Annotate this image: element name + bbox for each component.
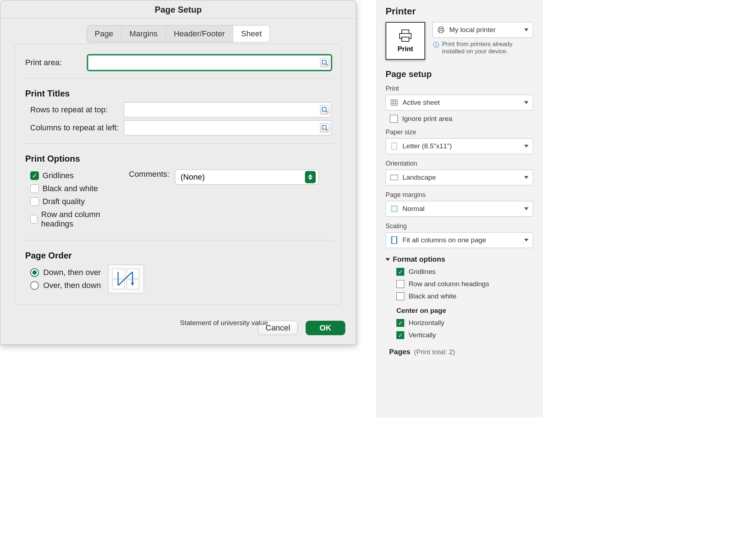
grid-icon bbox=[390, 99, 398, 107]
orientation-value: Landscape bbox=[402, 174, 436, 181]
headings-label: Row and column headings bbox=[41, 210, 119, 229]
sheet-panel: Print area: Print Titles Rows to repeat … bbox=[15, 44, 342, 305]
printer-icon bbox=[437, 26, 445, 34]
tab-margins[interactable]: Margins bbox=[121, 26, 166, 42]
fo-bw-checkbox[interactable] bbox=[396, 292, 404, 300]
orientation-select[interactable]: Landscape bbox=[386, 170, 533, 185]
svg-rect-21 bbox=[392, 207, 396, 211]
dialog-title: Page Setup bbox=[0, 0, 356, 19]
svg-rect-22 bbox=[392, 237, 396, 244]
draft-label: Draft quality bbox=[42, 197, 85, 206]
comments-label: Comments: bbox=[129, 170, 169, 179]
rows-repeat-input[interactable] bbox=[124, 102, 331, 117]
cols-repeat-input[interactable] bbox=[124, 120, 331, 135]
fo-gridlines-checkbox[interactable] bbox=[396, 268, 404, 276]
paper-size-select[interactable]: Letter (8.5"x11") bbox=[386, 138, 533, 154]
over-then-down-label: Over, then down bbox=[43, 281, 101, 290]
paper-size-label: Paper size bbox=[386, 129, 533, 136]
ignore-print-area-checkbox[interactable] bbox=[390, 115, 398, 123]
svg-rect-13 bbox=[391, 100, 397, 105]
fo-bw-label: Black and white bbox=[409, 292, 456, 300]
svg-rect-9 bbox=[402, 37, 409, 41]
over-then-down-radio[interactable] bbox=[30, 281, 39, 290]
svg-rect-11 bbox=[439, 27, 443, 29]
svg-rect-19 bbox=[391, 175, 398, 180]
svg-rect-1 bbox=[322, 107, 326, 111]
draft-checkbox[interactable] bbox=[30, 197, 39, 206]
svg-rect-8 bbox=[402, 30, 409, 33]
info-icon: ⓘ bbox=[433, 41, 439, 55]
print-side-pane: Printer Print My local printer ⓘ bbox=[377, 0, 542, 418]
printer-info-text: Print from printers already installed on… bbox=[442, 41, 533, 55]
format-options-expander[interactable]: Format options bbox=[386, 255, 533, 264]
orientation-label: Orientation bbox=[386, 160, 533, 167]
chevron-down-icon bbox=[524, 207, 528, 210]
print-area-input[interactable] bbox=[88, 55, 331, 70]
range-selector-icon[interactable] bbox=[320, 123, 329, 132]
tab-headerfooter[interactable]: Header/Footer bbox=[166, 26, 233, 42]
print-scope-select[interactable]: Active sheet bbox=[386, 95, 533, 111]
ignore-print-area-label: Ignore print area bbox=[402, 115, 452, 123]
chevron-down-icon bbox=[524, 145, 528, 148]
chevron-down-icon bbox=[524, 239, 528, 242]
center-h-checkbox[interactable] bbox=[396, 319, 404, 327]
svg-rect-2 bbox=[322, 125, 326, 129]
chevron-down-icon bbox=[386, 258, 390, 261]
background-cell-text: Statement of university value bbox=[180, 319, 268, 327]
ok-button[interactable]: OK bbox=[306, 321, 345, 335]
page-margins-select[interactable]: Normal bbox=[386, 201, 533, 217]
chevron-down-icon bbox=[524, 101, 528, 104]
landscape-icon bbox=[390, 174, 398, 181]
gridlines-checkbox[interactable] bbox=[30, 171, 39, 180]
cols-repeat-label: Columns to repeat at left: bbox=[25, 123, 119, 132]
headings-checkbox[interactable] bbox=[30, 215, 37, 224]
comments-select[interactable]: (None) bbox=[175, 170, 319, 185]
svg-rect-0 bbox=[322, 60, 326, 64]
tab-sheet[interactable]: Sheet bbox=[233, 26, 270, 42]
fit-columns-icon bbox=[390, 236, 398, 244]
fo-headings-checkbox[interactable] bbox=[396, 280, 404, 288]
pages-label: Pages bbox=[389, 348, 410, 356]
chevron-down-icon bbox=[524, 28, 528, 31]
bw-checkbox[interactable] bbox=[30, 184, 39, 193]
page-margins-label: Page margins bbox=[386, 191, 533, 199]
page-order-preview-icon bbox=[108, 265, 144, 293]
tab-page[interactable]: Page bbox=[87, 26, 121, 42]
center-v-checkbox[interactable] bbox=[396, 331, 404, 339]
bw-label: Black and white bbox=[42, 184, 98, 193]
scaling-value: Fit all columns on one page bbox=[402, 236, 486, 244]
down-then-over-label: Down, then over bbox=[43, 268, 101, 277]
stepper-icon bbox=[305, 171, 316, 183]
page-setup-dialog: Page Setup Page Margins Header/Footer Sh… bbox=[0, 0, 356, 345]
print-titles-heading: Print Titles bbox=[25, 89, 331, 99]
scaling-label: Scaling bbox=[386, 222, 533, 230]
page-icon bbox=[390, 142, 398, 150]
center-h-label: Horizontally bbox=[409, 319, 444, 327]
print-button-tile[interactable]: Print bbox=[386, 22, 425, 60]
print-area-label: Print area: bbox=[25, 58, 83, 67]
printer-select[interactable]: My local printer bbox=[432, 22, 533, 38]
margins-icon bbox=[390, 205, 398, 213]
page-order-heading: Page Order bbox=[25, 251, 331, 261]
pages-expander[interactable]: Pages (Print total: 2) bbox=[386, 348, 533, 356]
print-tile-label: Print bbox=[397, 45, 413, 53]
fo-gridlines-label: Gridlines bbox=[409, 268, 436, 276]
paper-size-value: Letter (8.5"x11") bbox=[402, 142, 452, 150]
range-selector-icon[interactable] bbox=[320, 105, 329, 114]
range-selector-icon[interactable] bbox=[320, 58, 329, 67]
rows-repeat-label: Rows to repeat at top: bbox=[25, 105, 119, 114]
page-margins-value: Normal bbox=[402, 205, 424, 213]
pages-total: (Print total: 2) bbox=[414, 348, 455, 356]
down-then-over-radio[interactable] bbox=[30, 268, 39, 277]
center-v-label: Vertically bbox=[409, 331, 436, 339]
svg-rect-18 bbox=[392, 143, 397, 149]
print-options-heading: Print Options bbox=[25, 154, 331, 164]
printer-info: ⓘ Print from printers already installed … bbox=[432, 41, 533, 55]
print-field-label: Print bbox=[386, 85, 533, 93]
print-scope-value: Active sheet bbox=[402, 99, 440, 107]
comments-value: (None) bbox=[180, 172, 204, 182]
printer-heading: Printer bbox=[386, 6, 533, 17]
dialog-footer: Cancel OK bbox=[0, 314, 356, 345]
gridlines-label: Gridlines bbox=[42, 171, 74, 180]
scaling-select[interactable]: Fit all columns on one page bbox=[386, 232, 533, 248]
